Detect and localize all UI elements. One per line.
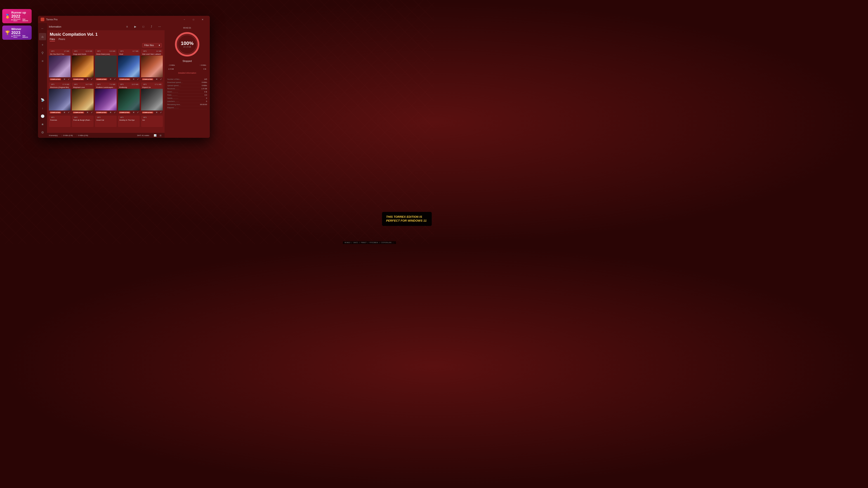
- progress-circle: 100% of 1.5 GB: [174, 31, 201, 58]
- status-queue: DHT: 41 nodes: [137, 134, 149, 136]
- page-header: Music Compilation Vol. 1 Files Peers: [47, 30, 164, 42]
- filter-select[interactable]: Filter files All Files Completed Incompl…: [142, 43, 162, 47]
- file-card-endlessly[interactable]: MP3 10.5 MB Endlessly COMPLETED ✕ ✓: [118, 83, 140, 114]
- filter-bar: Filter files All Files Completed Incompl…: [47, 42, 164, 48]
- page-title: Music Compilation Vol. 1: [50, 32, 162, 37]
- ms-icon-2: ⊞: [11, 35, 13, 37]
- icon-sidebar: ← ⌂ + ⚲ ≡ 📡 ↓ 🕐 ★ ⚙: [38, 23, 47, 138]
- received-size: 1.5 GB: [168, 68, 174, 70]
- detail-row-files: Number of files.... 145: [167, 78, 207, 81]
- page-tabs: Files Peers: [50, 38, 162, 41]
- speed-info: ↓ 0 KB/s ↑ 0 KB/s: [168, 64, 206, 66]
- progress-time: 03:42:21: [183, 27, 191, 29]
- status-chart-icon[interactable]: 📊: [153, 133, 157, 138]
- file-card-electrons[interactable]: MP3 17.6 MB Electrons (Original Mix) COM…: [49, 83, 70, 114]
- progress-text: 100% of 1.5 GB: [174, 31, 201, 58]
- file-card-good-cat[interactable]: MP3 Good Cat: [95, 116, 117, 127]
- runner-up-sub: ⊞ Microsoft Store App Awards: [11, 18, 29, 22]
- detail-row-ul: Upload speed..... 0 KB/s: [167, 84, 207, 87]
- runner-up-badge: 🏅 Runner up 2022 ⊞ Microsoft Store App A…: [2, 9, 32, 23]
- tooltip-text: THIS TORREX EDITION IS PERFECT FOR WINDO…: [386, 215, 428, 223]
- detail-row-dl: Download speed.... 0 KB/s: [167, 81, 207, 84]
- file-card-done-deal[interactable]: MP3 8.9 MB Done Deal (Live) COMPLETED ✕ …: [95, 49, 117, 81]
- file-card-eat-liver[interactable]: MP3 11 MB Eat Liver! feat. Laibach COMPL…: [141, 49, 163, 81]
- minimize-button[interactable]: −: [180, 16, 189, 23]
- file-card-dust[interactable]: MP3 8.7 MB Dust COMPLETED ✕ ✓: [118, 49, 140, 81]
- status-btns: 📊 ⊞: [153, 133, 163, 138]
- detail-row-leechers: Leechers......... 0: [167, 100, 207, 103]
- file-card-destiny[interactable]: MP3 Destiny In The Eye: [118, 116, 140, 127]
- winner-text: Winner 2023 ⊞ Microsoft Store App Awards: [11, 27, 29, 38]
- winner-year: 2023: [11, 31, 29, 35]
- sidebar-search-icon[interactable]: ⚲: [39, 49, 46, 57]
- file-card-fred-de-burgh[interactable]: MP3 Fred de Burgh (Radio Edit): [72, 116, 94, 127]
- given-size: 0 B: [204, 68, 206, 70]
- runner-up-title: Runner up: [11, 11, 29, 14]
- file-card-do-you[interactable]: MP3 17 MB Do You Don't You COMPLETED ✕ ✓: [49, 49, 70, 81]
- sidebar-settings-icon[interactable]: ⚙: [39, 129, 46, 136]
- file-card-ico[interactable]: MP3 Ico: [141, 116, 163, 127]
- toolbar-list-icon[interactable]: ≡: [124, 24, 130, 29]
- sidebar-download-icon[interactable]: ↓: [39, 104, 46, 111]
- toolbar-stop-icon[interactable]: □: [140, 24, 147, 29]
- app-window: Torrex Pro − □ ✕ ← ⌂ + ⚲ ≡ 📡 ↓ 🕐 ★ ⚙: [38, 16, 210, 138]
- sidebar-star-icon[interactable]: ★: [39, 121, 46, 128]
- maximize-button[interactable]: □: [189, 16, 198, 23]
- tooltip-overlay: THIS TORREX EDITION IS PERFECT FOR WINDO…: [382, 212, 432, 226]
- awards-container: 🏅 Runner up 2022 ⊞ Microsoft Store App A…: [2, 9, 32, 40]
- file-card-forensic[interactable]: MP3 Forensic: [49, 116, 70, 127]
- tab-files[interactable]: Files: [50, 38, 55, 41]
- files-grid: MP3 17 MB Do You Don't You COMPLETED ✕ ✓: [47, 48, 164, 133]
- detail-row-elapsed: Elapsed..........: [167, 106, 207, 109]
- detail-row-remaining: Remaining time... 00:00:00: [167, 103, 207, 106]
- sidebar-rss-icon[interactable]: 📡: [39, 96, 46, 103]
- progress-percent: 100%: [181, 41, 193, 46]
- winner-icon: 🏆: [5, 30, 10, 35]
- sidebar-home-icon[interactable]: ⌂: [39, 33, 46, 40]
- app-body: ← ⌂ + ⚲ ≡ 📡 ↓ 🕐 ★ ⚙ Information ≡ ▶ □ ⤴ …: [38, 23, 210, 138]
- progress-status: Stopped: [183, 60, 192, 62]
- status-bar: 9 torrent(s) ↓ 0 KB/s (0 B) ↑ 0 KB/s (0 …: [47, 133, 164, 138]
- tab-peers[interactable]: Peers: [59, 38, 65, 41]
- grid-row-1: MP3 17 MB Do You Don't You COMPLETED ✕ ✓: [49, 49, 163, 81]
- winner-badge: 🏆 Winner 2023 ⊞ Microsoft Store App Awar…: [2, 26, 32, 40]
- right-panel: 03:42:21 100% of 1.5 GB: [164, 23, 210, 138]
- sidebar-clock-icon[interactable]: 🕐: [39, 112, 46, 120]
- close-button[interactable]: ✕: [198, 16, 207, 23]
- sidebar-add-icon[interactable]: +: [39, 41, 46, 48]
- section-title: Information: [49, 25, 61, 28]
- status-upload: ↑ 0 KB/s (0 B): [76, 134, 88, 136]
- file-card-expect-us[interactable]: MP3 17.1 MB Expect Us COMPLETED ✕ ✓: [141, 83, 163, 114]
- app-title: Torrex Pro: [46, 18, 58, 21]
- size-info: 1.5 GB 0 B: [168, 68, 206, 70]
- download-speed: ↓ 0 KB/s: [168, 64, 175, 66]
- sidebar-filter-icon[interactable]: ≡: [39, 57, 46, 65]
- toolbar-more-icon[interactable]: ⋯: [156, 24, 163, 29]
- file-card-dogs-hoofs[interactable]: MP3 10.6 MB Dogs and Hoofs COMPLETED ✕ ✓: [72, 49, 94, 81]
- winner-title: Winner: [11, 27, 29, 31]
- runner-up-year: 2022: [11, 14, 29, 18]
- status-grid-icon[interactable]: ⊞: [158, 133, 163, 138]
- file-card-endless-landscapes[interactable]: MP3 7.1 MB Endless Landscapes (Navaraiku…: [95, 83, 117, 114]
- file-card-elephant-love[interactable]: MP3 14.7 MB Elephant Love COMPLETED ✕ ✓: [72, 83, 94, 114]
- main-content: Information ≡ ▶ □ ⤴ ⋯ Music Compilation …: [47, 23, 164, 138]
- filter-wrapper: Filter files All Files Completed Incompl…: [142, 43, 162, 47]
- app-icon: [41, 18, 44, 21]
- toolbar-play-icon[interactable]: ▶: [132, 24, 138, 29]
- winner-sub: ⊞ Microsoft Store App Awards: [11, 35, 29, 38]
- title-bar-left: Torrex Pro: [41, 18, 58, 21]
- detail-row-seeds: Seeds............ 0: [167, 97, 207, 100]
- detail-table: Number of files.... 145 Download speed..…: [164, 78, 210, 109]
- grid-row-2: MP3 17.6 MB Electrons (Original Mix) COM…: [49, 83, 163, 114]
- upload-speed: ↑ 0 KB/s: [199, 64, 206, 66]
- runner-up-text: Runner up 2022 ⊞ Microsoft Store App Awa…: [11, 11, 29, 22]
- detail-row-received: Received......... 1.5 GB: [167, 87, 207, 90]
- progress-section: 03:42:21 100% of 1.5 GB: [164, 23, 210, 78]
- sidebar-back-icon[interactable]: ←: [39, 25, 46, 32]
- toolbar-share-icon[interactable]: ⤴: [148, 24, 155, 29]
- detailed-info-button[interactable]: Detailed information: [178, 72, 196, 74]
- grid-row-3: MP3 Forensic MP3 Fred de Burgh (Radio Ed…: [49, 116, 163, 127]
- detail-row-given: Given............ 0 B: [167, 90, 207, 94]
- window-controls: − □ ✕: [180, 16, 207, 23]
- detail-row-ratio: Ratio............ 0.0: [167, 94, 207, 97]
